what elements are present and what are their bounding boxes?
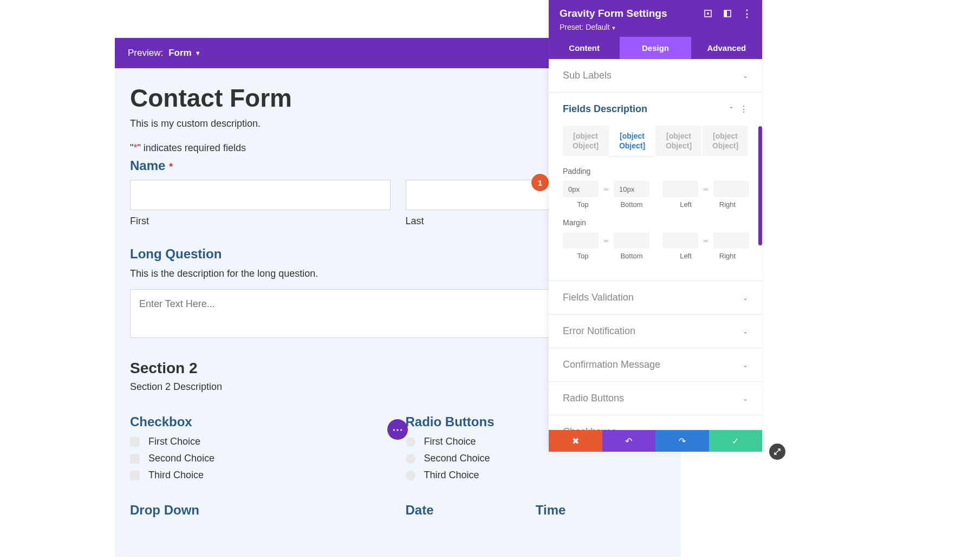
margin-label: Margin bbox=[563, 218, 748, 227]
chevron-down-icon: ⌄ bbox=[743, 395, 748, 402]
padding-label: Padding bbox=[563, 167, 748, 175]
scrollbar-thumb[interactable] bbox=[758, 126, 762, 245]
more-actions-fab[interactable]: ⋯ bbox=[387, 419, 408, 440]
kebab-icon[interactable]: ⋮ bbox=[743, 9, 751, 18]
check-icon: ✓ bbox=[732, 436, 739, 446]
checkbox-icon bbox=[130, 437, 140, 447]
padding-bottom-input[interactable] bbox=[614, 181, 649, 197]
checkbox-icon bbox=[130, 454, 140, 464]
tab-content[interactable]: Content bbox=[549, 37, 620, 59]
svg-point-1 bbox=[707, 12, 709, 15]
caret-down-icon: ▼ bbox=[195, 50, 201, 56]
preview-label: Preview: bbox=[128, 48, 163, 58]
checkbox-icon bbox=[130, 471, 140, 480]
expand-fab[interactable] bbox=[769, 444, 785, 460]
preset-selector[interactable]: Preset: Default▼ bbox=[560, 23, 751, 31]
radio-choice[interactable]: Third Choice bbox=[406, 470, 666, 481]
radio-icon bbox=[406, 437, 415, 447]
dock-icon[interactable] bbox=[723, 9, 732, 18]
radio-choice[interactable]: Second Choice bbox=[406, 453, 666, 464]
kebab-icon[interactable]: ⋮ bbox=[739, 104, 748, 114]
first-name-input[interactable] bbox=[130, 180, 391, 210]
date-label: Date bbox=[406, 503, 536, 518]
chevron-down-icon: ⌄ bbox=[743, 428, 748, 430]
padding-top-input[interactable] bbox=[563, 181, 599, 197]
margin-bottom-input[interactable] bbox=[614, 232, 649, 249]
checkbox-choice[interactable]: First Choice bbox=[130, 436, 391, 447]
close-button[interactable]: ✖ bbox=[549, 430, 602, 452]
preview-form-selector[interactable]: Form ▼ bbox=[168, 48, 200, 58]
chevron-up-icon: ⌃ bbox=[729, 106, 734, 113]
checkbox-label: Checkbox bbox=[130, 414, 391, 429]
padding-right-input[interactable] bbox=[713, 181, 749, 197]
accordion-error-notification[interactable]: Error Notification⌄ bbox=[549, 315, 762, 348]
redo-icon: ↷ bbox=[679, 436, 686, 446]
chevron-down-icon: ⌄ bbox=[743, 328, 748, 335]
link-icon[interactable]: ⫘ bbox=[603, 185, 609, 193]
undo-icon: ↶ bbox=[625, 436, 632, 446]
accordion-checkboxes[interactable]: Checkboxes⌄ bbox=[549, 415, 762, 430]
accordion-fields-description[interactable]: Fields Description ⌃⋮ bbox=[549, 93, 762, 126]
time-label: Time bbox=[536, 503, 666, 518]
dropdown-label: Drop Down bbox=[130, 503, 391, 518]
style-tab-4[interactable]: [object Object] bbox=[703, 126, 748, 156]
radio-icon bbox=[406, 471, 415, 480]
badge-1: 1 bbox=[531, 174, 549, 191]
link-icon[interactable]: ⫘ bbox=[703, 185, 709, 193]
undo-button[interactable]: ↶ bbox=[602, 430, 656, 452]
checkbox-choice[interactable]: Third Choice bbox=[130, 470, 391, 481]
style-tab-3[interactable]: [object Object] bbox=[656, 126, 701, 156]
margin-right-input[interactable] bbox=[713, 232, 749, 249]
link-icon[interactable]: ⫘ bbox=[603, 237, 609, 244]
accordion-confirmation[interactable]: Confirmation Message⌄ bbox=[549, 348, 762, 381]
snap-icon[interactable] bbox=[704, 9, 712, 18]
padding-left-input[interactable] bbox=[662, 181, 698, 197]
settings-footer: ✖ ↶ ↷ ✓ bbox=[549, 430, 762, 452]
margin-top-input[interactable] bbox=[563, 232, 599, 249]
accordion-sub-labels[interactable]: Sub Labels ⌄ bbox=[549, 59, 762, 92]
tab-advanced[interactable]: Advanced bbox=[691, 37, 762, 59]
checkbox-choice[interactable]: Second Choice bbox=[130, 453, 391, 464]
settings-content: Sub Labels ⌄ Fields Description ⌃⋮ [obje… bbox=[549, 59, 762, 430]
style-tab-1[interactable]: [object Object] bbox=[563, 126, 608, 156]
redo-button[interactable]: ↷ bbox=[655, 430, 709, 452]
first-name-sublabel: First bbox=[130, 216, 391, 227]
chevron-down-icon: ⌄ bbox=[743, 361, 748, 369]
svg-rect-3 bbox=[724, 10, 727, 17]
accordion-radio-buttons[interactable]: Radio Buttons⌄ bbox=[549, 382, 762, 415]
margin-left-input[interactable] bbox=[662, 232, 698, 249]
link-icon[interactable]: ⫘ bbox=[703, 237, 709, 244]
save-button[interactable]: ✓ bbox=[709, 430, 763, 452]
radio-icon bbox=[406, 454, 415, 464]
settings-panel: Gravity Form Settings ⋮ Preset: Default▼… bbox=[549, 0, 762, 452]
settings-header: Gravity Form Settings ⋮ Preset: Default▼ bbox=[549, 0, 762, 37]
chevron-down-icon: ⌄ bbox=[743, 294, 748, 302]
settings-tabs: Content Design Advanced bbox=[549, 37, 762, 59]
accordion-fields-validation[interactable]: Fields Validation⌄ bbox=[549, 281, 762, 314]
chevron-down-icon: ⌄ bbox=[743, 72, 748, 80]
settings-title: Gravity Form Settings bbox=[560, 8, 667, 19]
expand-icon bbox=[774, 448, 781, 455]
close-icon: ✖ bbox=[572, 436, 579, 446]
style-tab-2[interactable]: [object Object] bbox=[609, 126, 655, 156]
tab-design[interactable]: Design bbox=[620, 37, 691, 59]
dots-icon: ⋯ bbox=[392, 423, 403, 436]
